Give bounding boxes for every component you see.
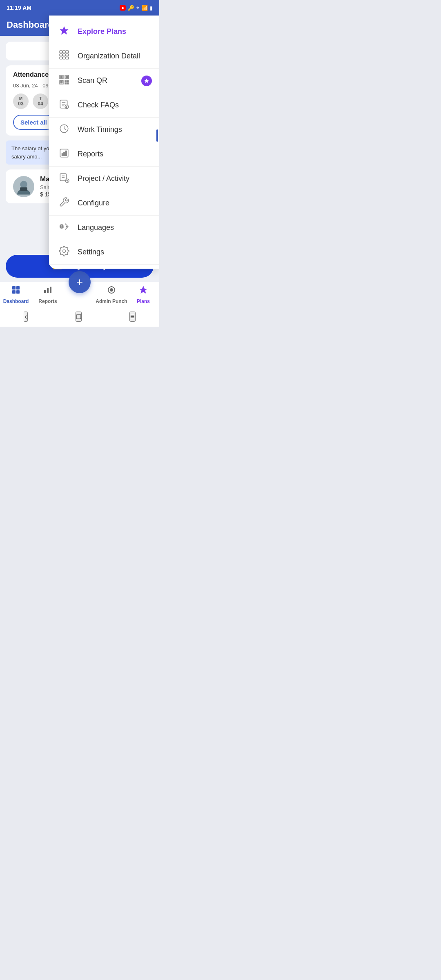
select-all-button[interactable]: Select all (13, 115, 54, 130)
status-icons: ● 🔑 ⌖ 📶 ▮ (120, 4, 153, 11)
svg-rect-25 (66, 76, 67, 78)
org-detail-label: Organization Detail (78, 52, 140, 60)
svg-rect-42 (65, 151, 67, 156)
svg-rect-17 (63, 54, 66, 56)
status-time: 11:19 AM (7, 4, 31, 11)
svg-rect-14 (63, 51, 66, 53)
battery-icon: ▮ (150, 5, 153, 11)
explore-plans-label: Explore Plans (78, 27, 126, 36)
svg-rect-15 (66, 51, 69, 53)
work-timings-icon (58, 123, 70, 136)
bottom-nav: + Dashboard Reports Admin Punch Pl (0, 282, 159, 307)
scrollbar (156, 129, 158, 142)
menu-item-reports[interactable]: Reports (49, 142, 159, 167)
svg-rect-5 (12, 290, 16, 294)
nav-item-plans[interactable]: Plans (127, 285, 159, 304)
settings-menu-label: Settings (78, 248, 104, 256)
svg-rect-28 (65, 80, 66, 82)
explore-plans-icon (58, 25, 70, 38)
svg-text:G: G (60, 224, 63, 229)
svg-rect-31 (67, 83, 69, 84)
check-faqs-icon: + (58, 99, 70, 111)
menu-item-org-detail[interactable]: Organization Detail (49, 44, 159, 69)
svg-rect-7 (44, 290, 46, 293)
app-container: 11:19 AM ● 🔑 ⌖ 📶 ▮ Dashboard May-2024 At… (0, 0, 159, 327)
plans-icon (138, 285, 148, 297)
nav-dashboard-label: Dashboard (3, 298, 29, 304)
bluetooth-icon: ⌖ (136, 4, 139, 11)
menu-item-check-faqs[interactable]: + Check FAQs (49, 93, 159, 118)
nav-reports-label: Reports (38, 298, 57, 304)
svg-rect-19 (60, 57, 62, 59)
nav-item-admin-punch[interactable]: Admin Punch (96, 285, 127, 304)
languages-icon: G (58, 221, 70, 234)
svg-point-50 (66, 226, 67, 227)
configure-label: Configure (78, 199, 109, 207)
settings-menu-icon (58, 246, 70, 258)
project-activity-label: Project / Activity (78, 174, 129, 183)
menu-item-explore-plans[interactable]: Explore Plans (49, 20, 159, 44)
home-button[interactable]: □ (76, 312, 82, 322)
nav-item-reports[interactable]: Reports (32, 285, 64, 304)
key-icon: 🔑 (128, 5, 134, 11)
svg-point-51 (63, 250, 66, 253)
system-nav: ‹ □ ≡ (0, 307, 159, 327)
svg-rect-2 (20, 187, 27, 191)
record-icon: ● (120, 5, 126, 11)
svg-rect-13 (60, 51, 62, 53)
project-activity-icon (58, 172, 70, 185)
reports-menu-label: Reports (78, 150, 103, 158)
dropdown-menu: Explore Plans Organization Detail (49, 16, 159, 269)
menu-item-settings[interactable]: Settings (49, 240, 159, 265)
svg-rect-40 (62, 154, 63, 156)
check-faqs-label: Check FAQs (78, 101, 119, 109)
languages-label: Languages (78, 223, 114, 232)
scan-qr-label: Scan QR (78, 76, 107, 85)
reports-menu-icon (58, 148, 70, 160)
premium-badge-qr (141, 76, 152, 86)
svg-rect-27 (60, 81, 62, 83)
menu-item-work-timings[interactable]: Work Timings (49, 118, 159, 142)
menu-item-configure[interactable]: Configure (49, 191, 159, 216)
menu-item-scan-qr[interactable]: Scan QR (49, 69, 159, 93)
scan-qr-icon (58, 74, 70, 87)
svg-rect-41 (64, 152, 65, 156)
svg-text:+: + (65, 105, 67, 109)
back-button[interactable]: ‹ (24, 312, 28, 322)
svg-rect-18 (66, 54, 69, 56)
menu-item-languages[interactable]: G Languages (49, 216, 159, 240)
svg-rect-9 (50, 287, 51, 293)
nav-plans-label: Plans (137, 298, 150, 304)
svg-rect-3 (12, 286, 16, 290)
avatar-svg (14, 177, 33, 196)
nav-admin-punch-label: Admin Punch (96, 298, 127, 304)
menu-button[interactable]: ≡ (129, 312, 136, 322)
configure-icon (58, 197, 70, 209)
svg-rect-16 (60, 54, 62, 56)
svg-rect-8 (47, 288, 49, 293)
svg-rect-6 (16, 290, 20, 294)
avatar (13, 176, 34, 197)
dashboard-icon (11, 285, 21, 297)
org-detail-icon (58, 50, 70, 62)
svg-point-1 (20, 180, 27, 188)
svg-rect-4 (16, 286, 20, 290)
svg-rect-23 (60, 76, 62, 78)
fab-plus-icon: + (76, 276, 83, 289)
reports-icon (43, 285, 53, 297)
svg-rect-30 (65, 83, 66, 84)
day-mon: M 03 (13, 94, 29, 109)
fab-add-button[interactable]: + (69, 271, 91, 293)
svg-rect-21 (66, 57, 69, 59)
svg-point-11 (110, 289, 113, 291)
svg-rect-20 (63, 57, 66, 59)
menu-item-project-activity[interactable]: Project / Activity (49, 167, 159, 191)
admin-punch-icon (107, 285, 116, 297)
svg-rect-43 (60, 174, 66, 180)
app-header-title: Dashboard (7, 20, 53, 30)
svg-rect-29 (67, 80, 69, 82)
work-timings-label: Work Timings (78, 125, 122, 134)
nav-item-dashboard[interactable]: Dashboard (0, 285, 32, 304)
status-bar: 11:19 AM ● 🔑 ⌖ 📶 ▮ (0, 0, 159, 16)
wifi-icon: 📶 (141, 5, 148, 11)
